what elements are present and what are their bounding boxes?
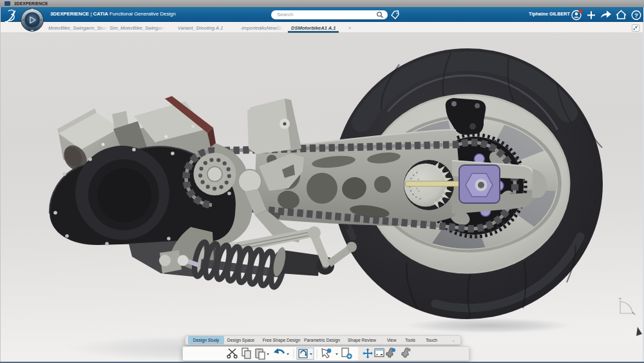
svg-text:?: ? [634, 12, 638, 19]
